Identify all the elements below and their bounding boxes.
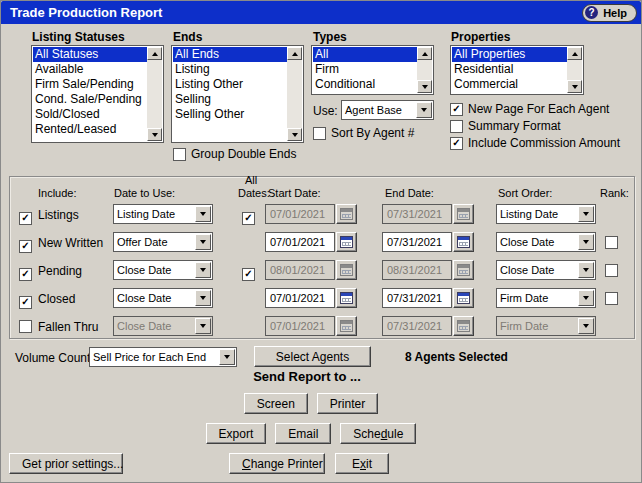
scroll-up-button[interactable] (147, 47, 162, 60)
dropdown-arrow-icon (195, 206, 211, 222)
end-date-input[interactable]: 07/31/2021 (382, 232, 452, 252)
list-item-conditional[interactable]: Conditional (313, 77, 417, 92)
end-date-calendar-button[interactable] (453, 232, 474, 252)
end-date-calendar-button[interactable] (453, 316, 474, 336)
start-date-calendar-button[interactable] (336, 288, 357, 308)
list-item-cond-sale-pending[interactable]: Cond. Sale/Pending (33, 92, 147, 107)
include-checkbox[interactable]: ✓ (19, 240, 32, 253)
end-date-input[interactable]: 07/31/2021 (382, 204, 452, 224)
dropdown-arrow-icon (416, 102, 432, 118)
ends-list[interactable]: All EndsListingListing OtherSellingSelli… (171, 45, 304, 143)
volume-count-select[interactable]: Sell Price for Each End (89, 347, 237, 367)
include-checkbox[interactable]: ✓ (19, 212, 32, 225)
types-list[interactable]: AllFirmConditional (311, 45, 434, 95)
list-item-residential[interactable]: Residential (452, 62, 567, 77)
scroll-down-button[interactable] (287, 128, 302, 141)
checkbox-box[interactable]: ✓ (450, 137, 463, 150)
list-item-firm-sale-pending[interactable]: Firm Sale/Pending (33, 77, 147, 92)
scroll-up-button[interactable] (417, 47, 432, 60)
get-prior-settings-button[interactable]: Get prior settings... (9, 453, 123, 474)
help-button[interactable]: ? Help (582, 4, 637, 22)
email-button[interactable]: Email (275, 423, 331, 444)
start-date-input[interactable]: 07/01/2021 (265, 316, 335, 336)
printer-button[interactable]: Printer (317, 393, 378, 414)
start-date-input[interactable]: 07/01/2021 (265, 204, 335, 224)
start-date-calendar-button[interactable] (336, 260, 357, 280)
end-date-input[interactable]: 07/31/2021 (382, 288, 452, 308)
scroll-up-button[interactable] (287, 47, 302, 60)
start-date-calendar-button[interactable] (336, 316, 357, 336)
rank-checkbox[interactable] (605, 264, 618, 277)
include-checkbox[interactable]: ✓ (19, 268, 32, 281)
all-dates-checkbox[interactable]: ✓ (242, 212, 255, 225)
change-printer-button[interactable]: Change Printer (229, 453, 325, 474)
scrollbar[interactable] (287, 47, 302, 141)
checkbox-box[interactable]: ✓ (450, 103, 463, 116)
screen-button[interactable]: Screen (244, 393, 308, 414)
checkbox-box[interactable] (450, 120, 463, 133)
all-dates-checkbox[interactable]: ✓ (242, 268, 255, 281)
use-select[interactable]: Agent Base (341, 100, 434, 120)
sort-order-select[interactable]: Close Date (496, 260, 596, 280)
sort-order-select[interactable]: Close Date (496, 232, 596, 252)
select-agents-button[interactable]: Select Agents (254, 346, 371, 367)
date-to-use-select[interactable]: Close Date (113, 260, 213, 280)
end-date-input[interactable]: 08/31/2021 (382, 260, 452, 280)
start-date-calendar-button[interactable] (336, 232, 357, 252)
list-item-sold-closed[interactable]: Sold/Closed (33, 107, 147, 122)
list-item-listing-other[interactable]: Listing Other (173, 77, 287, 92)
schedule-button[interactable]: Schedule (340, 423, 416, 444)
sort-by-agent-checkbox[interactable]: Sort By Agent # (313, 126, 414, 140)
rank-checkbox[interactable] (605, 292, 618, 305)
list-item-available[interactable]: Available (33, 62, 147, 77)
start-date-calendar-button[interactable] (336, 204, 357, 224)
scrollbar[interactable] (147, 47, 162, 141)
scroll-down-button[interactable] (417, 80, 432, 93)
end-date-calendar-button[interactable] (453, 288, 474, 308)
export-button[interactable]: Export (206, 423, 267, 444)
date-to-use-select[interactable]: Listing Date (113, 204, 213, 224)
end-date-calendar-button[interactable] (453, 260, 474, 280)
exit-button[interactable]: Exit (335, 453, 389, 474)
new-page-for-each-agent-checkbox[interactable]: ✓ New Page For Each Agent (450, 102, 609, 116)
list-item-selling-other[interactable]: Selling Other (173, 107, 287, 122)
scroll-down-button[interactable] (567, 80, 582, 93)
group-double-ends-checkbox[interactable]: Group Double Ends (173, 147, 296, 161)
scrollbar[interactable] (567, 47, 582, 93)
list-item-selling[interactable]: Selling (173, 92, 287, 107)
sort-order-select[interactable]: Listing Date (496, 204, 596, 224)
properties-list[interactable]: All PropertiesResidentialCommercial (450, 45, 584, 95)
include-checkbox[interactable]: ✓ (19, 296, 32, 309)
list-item-rented-leased[interactable]: Rented/Leased (33, 122, 147, 137)
list-item-all-properties[interactable]: All Properties (452, 47, 567, 62)
date-to-use-select[interactable]: Close Date (113, 316, 213, 336)
start-date-header: Start Date: (268, 187, 321, 199)
start-date-input[interactable]: 07/01/2021 (265, 232, 335, 252)
end-date-input[interactable]: 07/31/2021 (382, 316, 452, 336)
list-item-commercial[interactable]: Commercial (452, 77, 567, 92)
listing-statuses-list[interactable]: All StatusesAvailableFirm Sale/PendingCo… (31, 45, 164, 143)
start-date-input[interactable]: 08/01/2021 (265, 260, 335, 280)
date-to-use-select[interactable]: Offer Date (113, 232, 213, 252)
sort-order-select[interactable]: Firm Date (496, 316, 596, 336)
start-date-input[interactable]: 07/01/2021 (265, 288, 335, 308)
scroll-down-button[interactable] (147, 128, 162, 141)
scroll-up-button[interactable] (567, 47, 582, 60)
checkbox-box[interactable] (173, 148, 186, 161)
calendar-icon (340, 236, 353, 248)
list-item-firm[interactable]: Firm (313, 62, 417, 77)
properties-header: Properties (451, 30, 510, 44)
rank-checkbox[interactable] (605, 236, 618, 249)
include-commission-amount-checkbox[interactable]: ✓ Include Commission Amount (450, 136, 620, 150)
include-checkbox[interactable] (19, 320, 32, 333)
date-to-use-select[interactable]: Close Date (113, 288, 213, 308)
list-item-listing[interactable]: Listing (173, 62, 287, 77)
summary-format-checkbox[interactable]: Summary Format (450, 119, 561, 133)
sort-order-select[interactable]: Firm Date (496, 288, 596, 308)
list-item-all-ends[interactable]: All Ends (173, 47, 287, 62)
list-item-all[interactable]: All (313, 47, 417, 62)
end-date-calendar-button[interactable] (453, 204, 474, 224)
list-item-all-statuses[interactable]: All Statuses (33, 47, 147, 62)
checkbox-box[interactable] (313, 127, 326, 140)
scrollbar[interactable] (417, 47, 432, 93)
